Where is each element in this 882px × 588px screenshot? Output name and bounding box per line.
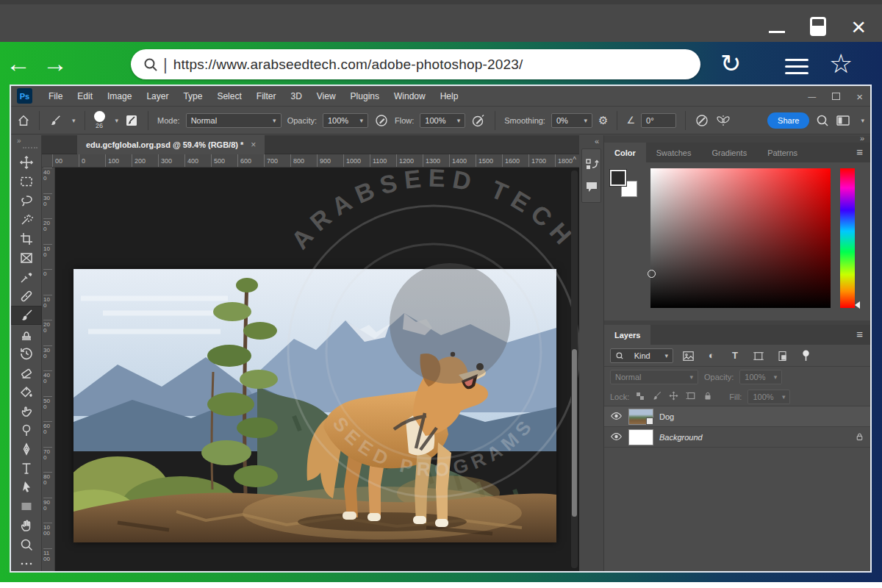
hand-tool[interactable] <box>11 516 42 535</box>
menu-item[interactable]: Filter <box>249 91 284 101</box>
tab-color[interactable]: Color <box>604 143 646 162</box>
menu-item[interactable]: Edit <box>70 91 100 101</box>
brush-size-picker[interactable]: 26 <box>94 111 105 129</box>
smudge-tool[interactable] <box>11 401 42 420</box>
lock-all-icon[interactable] <box>703 390 713 403</box>
rectangular-marquee-tool[interactable] <box>11 172 42 191</box>
menu-item[interactable]: Type <box>176 91 209 101</box>
lock-position-icon[interactable] <box>668 390 679 403</box>
foreground-color-swatch[interactable] <box>610 170 626 186</box>
filter-toggle-pin-icon[interactable] <box>797 349 814 362</box>
hue-slider[interactable] <box>840 168 855 308</box>
pen-tool[interactable] <box>11 440 42 459</box>
toolbar-expand-icon[interactable]: » <box>17 137 21 145</box>
menu-item[interactable]: Select <box>209 91 248 101</box>
tab-patterns[interactable]: Patterns <box>757 143 808 162</box>
type-tool[interactable] <box>11 459 42 478</box>
home-icon[interactable] <box>17 114 30 127</box>
visibility-eye-icon[interactable] <box>610 431 623 443</box>
layer-thumbnail[interactable] <box>628 429 653 445</box>
panels-expand-icon[interactable]: » <box>860 134 864 143</box>
lasso-tool[interactable] <box>11 191 42 210</box>
pressure-size-icon[interactable] <box>695 113 709 128</box>
fill-dropdown[interactable]: 100% ▾ <box>747 390 790 404</box>
bookmark-button[interactable]: ☆ <box>829 49 853 79</box>
filter-adjustment-layers-icon[interactable]: ◐ <box>703 350 720 361</box>
eraser-tool[interactable] <box>11 363 42 382</box>
brush-preset-icon[interactable] <box>49 114 62 127</box>
canvas-scrollbar[interactable] <box>571 171 578 568</box>
back-button[interactable]: ← <box>0 51 37 76</box>
menu-item[interactable]: Help <box>433 91 466 101</box>
menu-item[interactable]: 3D <box>283 91 309 101</box>
filter-smart-objects-icon[interactable] <box>773 349 791 361</box>
move-tool[interactable] <box>11 153 42 172</box>
zoom-tool[interactable] <box>11 535 42 554</box>
version-history-icon[interactable] <box>582 154 600 176</box>
object-selection-tool[interactable] <box>11 210 42 229</box>
layer-filter-kind-dropdown[interactable]: Kind ▾ <box>610 348 673 363</box>
toolbar-grip[interactable] <box>23 147 37 148</box>
filter-pixel-layers-icon[interactable] <box>679 349 697 361</box>
maximize-button[interactable] <box>810 17 826 36</box>
eyedropper-tool[interactable] <box>11 268 42 287</box>
pressure-opacity-icon[interactable] <box>374 113 389 128</box>
lock-artboard-icon[interactable] <box>685 390 697 403</box>
minimize-button[interactable] <box>769 31 785 33</box>
angle-input[interactable]: 0° <box>641 113 676 128</box>
comments-icon[interactable] <box>582 176 600 198</box>
document-tab[interactable]: edu.gcfglobal.org.psd @ 59.4% (RGB/8) * … <box>77 135 265 154</box>
lock-pixels-icon[interactable] <box>651 390 662 403</box>
ps-maximize-button[interactable] <box>832 93 840 100</box>
chevron-down-icon[interactable]: ▾ <box>861 117 864 124</box>
filter-shape-layers-icon[interactable] <box>750 349 767 361</box>
chevron-down-icon[interactable]: ▾ <box>72 117 76 124</box>
airbrush-icon[interactable] <box>471 113 486 128</box>
gear-icon[interactable]: ⚙ <box>598 114 608 127</box>
menu-item[interactable]: Window <box>387 91 433 101</box>
filter-type-layers-icon[interactable]: T <box>726 350 744 361</box>
share-button[interactable]: Share <box>767 112 809 129</box>
tab-layers[interactable]: Layers <box>604 325 650 345</box>
path-selection-tool[interactable] <box>11 478 42 497</box>
mode-dropdown[interactable]: Normal ▾ <box>186 113 282 128</box>
dog-photo[interactable] <box>74 269 556 542</box>
menu-item[interactable]: Layer <box>139 91 176 101</box>
frame-tool[interactable] <box>11 248 42 268</box>
close-button[interactable]: × <box>851 15 866 37</box>
spot-healing-brush-tool[interactable] <box>11 287 42 306</box>
dodge-tool[interactable] <box>11 420 42 440</box>
dock-collapse-icon[interactable]: « <box>579 135 603 146</box>
lock-transparency-icon[interactable] <box>635 391 645 403</box>
layer-row-background[interactable]: Background <box>604 427 870 448</box>
ps-close-button[interactable]: × <box>856 90 863 103</box>
blend-mode-dropdown[interactable]: Normal ▾ <box>610 370 698 384</box>
menu-item[interactable]: Image <box>100 91 139 101</box>
paint-bucket-tool[interactable] <box>11 382 42 401</box>
layer-row-dog[interactable]: Dog <box>604 406 870 427</box>
workspace-switcher-icon[interactable] <box>836 114 850 127</box>
crop-tool[interactable] <box>11 229 42 248</box>
ps-minimize-button[interactable]: — <box>808 92 816 101</box>
flow-dropdown[interactable]: 100% ▾ <box>420 113 465 128</box>
browser-menu-button[interactable] <box>785 54 808 79</box>
color-picker-handle[interactable] <box>648 270 656 278</box>
canvas[interactable]: ARABSEED TECH SEED PROGRAMS <box>55 168 579 571</box>
visibility-eye-icon[interactable] <box>610 411 623 423</box>
panel-menu-icon[interactable]: ≡ <box>856 325 870 345</box>
rectangle-tool[interactable] <box>11 497 42 516</box>
address-bar[interactable]: | https://www.arabseedtech.com/adobe-pho… <box>131 49 700 79</box>
smoothing-dropdown[interactable]: 0% ▾ <box>551 113 592 128</box>
chevron-down-icon[interactable]: ▾ <box>115 117 119 124</box>
history-brush-tool[interactable] <box>11 344 42 363</box>
tab-close-icon[interactable]: × <box>251 140 256 150</box>
brush-settings-panel-icon[interactable] <box>124 113 139 128</box>
layers-opacity-dropdown[interactable]: 100% ▾ <box>739 370 782 384</box>
opacity-dropdown[interactable]: 100% ▾ <box>323 113 368 128</box>
scrollbar-thumb[interactable] <box>572 349 577 517</box>
edit-toolbar-icon[interactable] <box>11 554 42 573</box>
layer-name[interactable]: Background <box>659 433 703 442</box>
forward-button[interactable]: → <box>37 51 74 76</box>
hue-slider-handle[interactable] <box>855 301 860 309</box>
tab-gradients[interactable]: Gradients <box>701 143 757 162</box>
